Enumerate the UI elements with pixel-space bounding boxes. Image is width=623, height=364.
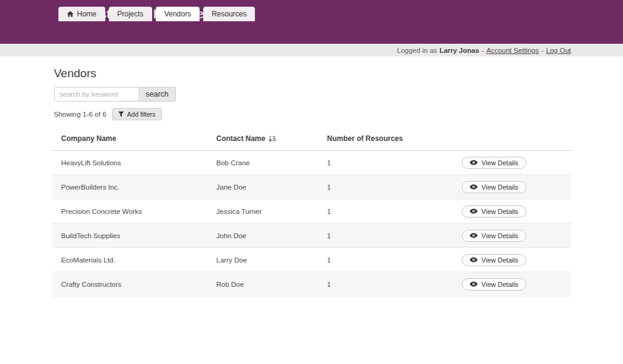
search-row: search (54, 87, 571, 101)
app-header: Construction Estimate App Home Projects … (0, 0, 623, 44)
column-header-contact-name[interactable]: Contact Name (207, 128, 318, 151)
resources-count-cell: 1 (318, 151, 414, 175)
logout-link[interactable]: Log Out (546, 47, 571, 54)
resources-count-cell: 1 (318, 272, 414, 297)
account-settings-link[interactable]: Account Settings (486, 47, 538, 54)
add-filters-label: Add filters (127, 111, 156, 118)
company-name-cell: HeavyLift Solutions (52, 151, 207, 175)
actions-cell: View Details (414, 175, 571, 199)
main-nav: Home Projects Vendors Resources (58, 7, 256, 21)
table-row: BuildTech Supplies John Doe 1 View Detai… (52, 224, 571, 248)
actions-cell: View Details (414, 272, 571, 297)
view-details-button[interactable]: View Details (462, 181, 526, 193)
add-filters-button[interactable]: Add filters (112, 108, 162, 120)
contact-name-cell: Bob Crane (207, 151, 318, 175)
eye-icon (470, 281, 478, 287)
tab-label: Resources (212, 10, 246, 18)
eye-icon (470, 233, 478, 238)
contact-name-cell: Jessica Turner (207, 199, 318, 224)
vendors-table-body: HeavyLift Solutions Bob Crane 1 View Det… (52, 151, 571, 297)
view-details-label: View Details (481, 159, 518, 167)
separator: - (482, 47, 484, 54)
column-header-actions (414, 128, 571, 151)
tab-resources[interactable]: Resources (203, 7, 255, 21)
logged-in-username: Larry Jonas (439, 47, 479, 54)
view-details-label: View Details (481, 184, 518, 191)
view-details-button[interactable]: View Details (462, 205, 526, 218)
home-icon (67, 11, 74, 17)
sort-amount-icon (268, 136, 276, 142)
view-details-label: View Details (481, 208, 518, 215)
user-bar: Logged in as Larry Jonas - Account Setti… (0, 44, 623, 57)
view-details-button[interactable]: View Details (462, 157, 526, 169)
tab-vendors[interactable]: Vendors (156, 7, 200, 21)
view-details-button[interactable]: View Details (462, 230, 526, 242)
search-button[interactable]: search (139, 87, 176, 101)
company-name-cell: Crafty Constructors (52, 272, 207, 297)
eye-icon (470, 184, 478, 190)
resources-count-cell: 1 (318, 175, 414, 199)
tab-label: Vendors (164, 10, 191, 18)
vendors-table: Company Name Contact Name (52, 128, 571, 297)
page-title: Vendors (54, 67, 571, 80)
actions-cell: View Details (414, 224, 571, 248)
contact-name-cell: Larry Doe (207, 248, 318, 272)
contact-name-cell: Jane Doe (207, 175, 318, 199)
tab-home[interactable]: Home (58, 7, 105, 21)
resources-count-cell: 1 (318, 199, 414, 224)
table-header-row: Company Name Contact Name (52, 128, 571, 151)
resources-count-cell: 1 (318, 248, 414, 272)
view-details-button[interactable]: View Details (462, 278, 526, 290)
table-row: PowerBuilders Inc. Jane Doe 1 View Detai… (52, 175, 571, 199)
actions-cell: View Details (414, 151, 571, 175)
search-input[interactable] (54, 87, 139, 101)
column-header-number-of-resources[interactable]: Number of Resources (318, 128, 414, 151)
company-name-cell: BuildTech Supplies (52, 224, 207, 248)
table-row: Precision Concrete Works Jessica Turner … (52, 199, 571, 224)
separator: - (541, 47, 544, 54)
resources-count-cell: 1 (318, 224, 414, 248)
actions-cell: View Details (414, 199, 571, 224)
actions-cell: View Details (414, 248, 571, 272)
table-row: Crafty Constructors Rob Doe 1 View Detai… (52, 272, 571, 297)
results-summary: Showing 1-6 of 6 (54, 111, 106, 118)
view-details-label: View Details (481, 256, 518, 264)
results-meta-row: Showing 1-6 of 6 Add filters (54, 108, 571, 120)
tab-projects[interactable]: Projects (109, 7, 152, 21)
eye-icon (470, 160, 478, 165)
company-name-cell: EcoMaterials Ltd. (52, 248, 207, 272)
vendors-page: Vendors search Showing 1-6 of 6 Add filt… (52, 57, 571, 297)
filter-funnel-icon (118, 111, 124, 117)
contact-name-cell: John Doe (207, 224, 318, 248)
view-details-label: View Details (481, 232, 518, 239)
company-name-cell: PowerBuilders Inc. (52, 175, 207, 199)
table-row: EcoMaterials Ltd. Larry Doe 1 View Detai… (52, 248, 571, 272)
table-row: HeavyLift Solutions Bob Crane 1 View Det… (52, 151, 571, 175)
eye-icon (470, 257, 478, 263)
tab-label: Projects (117, 10, 144, 18)
eye-icon (470, 208, 478, 214)
view-details-label: View Details (481, 281, 518, 288)
company-name-cell: Precision Concrete Works (52, 199, 207, 224)
view-details-button[interactable]: View Details (462, 254, 526, 266)
tab-label: Home (77, 10, 97, 18)
logged-in-text: Logged in as (397, 47, 437, 54)
contact-name-cell: Rob Doe (207, 272, 318, 297)
column-header-company-name[interactable]: Company Name (52, 128, 207, 151)
